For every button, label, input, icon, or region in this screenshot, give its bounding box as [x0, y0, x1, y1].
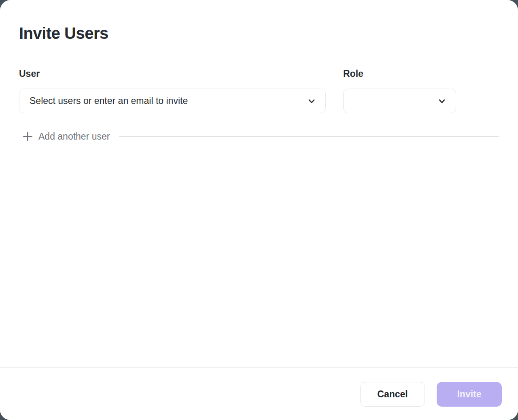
plus-icon — [22, 131, 33, 142]
chevron-down-icon — [307, 97, 316, 106]
modal-body: Invite Users User Select users or enter … — [0, 0, 518, 367]
modal-footer: Cancel Invite — [0, 367, 518, 420]
user-select-value: Select users or enter an email to invite — [30, 95, 188, 106]
user-select[interactable]: Select users or enter an email to invite — [19, 89, 326, 113]
page-title: Invite Users — [19, 23, 499, 43]
chevron-down-icon — [437, 97, 446, 106]
divider-line — [119, 136, 499, 137]
cancel-button[interactable]: Cancel — [360, 382, 425, 407]
role-select[interactable] — [343, 89, 456, 113]
add-another-user-label: Add another user — [38, 130, 110, 142]
invite-button[interactable]: Invite — [437, 382, 502, 407]
add-another-user-row: Add another user — [19, 130, 499, 142]
role-label: Role — [343, 68, 456, 79]
invite-users-modal: Invite Users User Select users or enter … — [0, 0, 518, 420]
role-field: Role — [343, 68, 456, 113]
user-field: User Select users or enter an email to i… — [19, 68, 326, 113]
invite-form-row: User Select users or enter an email to i… — [19, 68, 499, 113]
user-label: User — [19, 68, 326, 79]
add-another-user-button[interactable]: Add another user — [19, 130, 110, 142]
